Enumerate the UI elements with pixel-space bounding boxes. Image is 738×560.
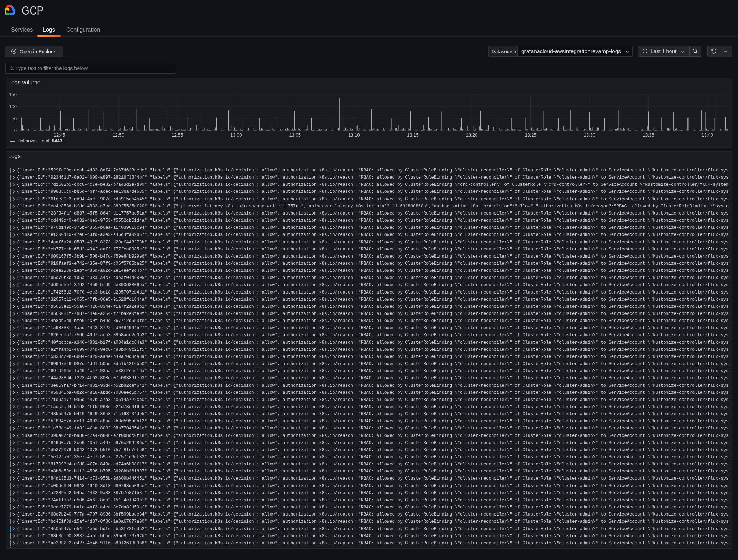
svg-text:50: 50 xyxy=(12,116,17,121)
svg-text:13:35: 13:35 xyxy=(643,132,654,138)
svg-text:12:55: 12:55 xyxy=(172,132,183,138)
svg-text:13:25: 13:25 xyxy=(525,132,537,138)
svg-text:12:50: 12:50 xyxy=(112,132,124,138)
svg-text:13:05: 13:05 xyxy=(289,132,301,138)
svg-text:13:15: 13:15 xyxy=(407,132,419,138)
svg-text:12:45: 12:45 xyxy=(54,132,66,138)
svg-text:13:20: 13:20 xyxy=(466,132,478,138)
svg-text:150: 150 xyxy=(9,92,17,97)
svg-text:0: 0 xyxy=(14,128,17,133)
svg-text:13:30: 13:30 xyxy=(584,132,596,138)
svg-text:13:40: 13:40 xyxy=(702,132,713,138)
svg-text:13:10: 13:10 xyxy=(348,132,360,138)
svg-text:100: 100 xyxy=(9,104,17,109)
svg-text:13:00: 13:00 xyxy=(230,132,242,138)
